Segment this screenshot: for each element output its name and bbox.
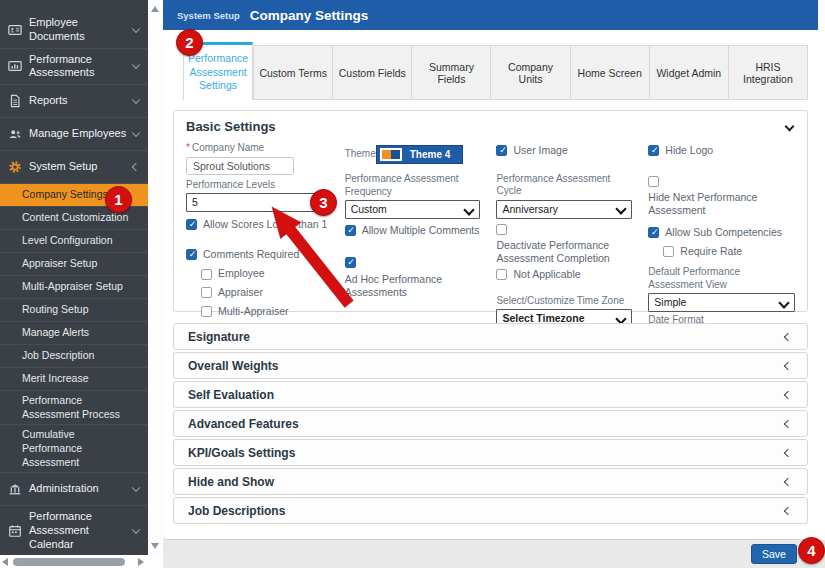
- hide-logo-checkbox-row[interactable]: Hide Logo: [648, 144, 795, 158]
- tab-custom-fields[interactable]: Custom Fields: [333, 45, 412, 100]
- tab-widget-admin[interactable]: Widget Admin: [650, 45, 729, 100]
- sidebar-horizontal-scrollbar[interactable]: [0, 555, 148, 568]
- default-view-select[interactable]: Simple: [648, 293, 795, 312]
- sidebar-subitem-label: Job Description: [22, 349, 94, 363]
- sidebar-item-label: Performance Assessment Calendar: [29, 510, 132, 551]
- checkbox-unchecked-icon[interactable]: [663, 246, 674, 257]
- accordion-overall-weights[interactable]: Overall Weights: [173, 352, 808, 379]
- scrollbar-thumb[interactable]: [13, 558, 125, 566]
- sidebar-item-routing-setup[interactable]: Routing Setup: [0, 298, 148, 321]
- sidebar-item-employee-documents[interactable]: Employee Documents: [0, 12, 148, 48]
- required-marker: *: [186, 142, 190, 153]
- accordion-advanced-features[interactable]: Advanced Features: [173, 410, 808, 437]
- allow-sub-competencies-checkbox-row[interactable]: Allow Sub Competencies: [648, 226, 795, 240]
- tab-hris-integration[interactable]: HRIS Integration: [729, 45, 808, 100]
- sidebar-item-merit-increase[interactable]: Merit Increase: [0, 367, 148, 390]
- tab-company-units[interactable]: Company Units: [491, 45, 570, 100]
- basic-settings-title: Basic Settings: [186, 119, 795, 134]
- ad-hoc-checkbox-row[interactable]: Ad Hoc Performance Assessments: [345, 254, 481, 300]
- timezone-label: Select/Customize Time Zone: [496, 295, 632, 308]
- tab-home-screen[interactable]: Home Screen: [571, 45, 650, 100]
- accordion-kpi-goals-settings[interactable]: KPI/Goals Settings: [173, 439, 808, 466]
- allow-scores-checkbox-row[interactable]: Allow Scores Lower than 1: [186, 218, 329, 232]
- not-applicable-checkbox-row[interactable]: Not Applicable: [496, 268, 632, 282]
- tab-custom-terms[interactable]: Custom Terms: [253, 45, 333, 100]
- allow-multiple-comments-checkbox-row[interactable]: Allow Multiple Comments: [345, 224, 481, 238]
- allow-multiple-comments-label: Allow Multiple Comments: [362, 224, 480, 238]
- sidebar-item-manage-employees[interactable]: Manage Employees: [0, 117, 148, 150]
- assessment-card-icon: [8, 59, 22, 73]
- multi-appraiser-checkbox-row[interactable]: Multi-Appraiser: [201, 305, 329, 319]
- chevron-left-icon: [784, 333, 792, 341]
- comments-required-checkbox-row[interactable]: Comments Required: [186, 248, 329, 262]
- checkbox-unchecked-icon[interactable]: [201, 269, 212, 280]
- save-button[interactable]: Save: [751, 544, 797, 564]
- scroll-right-arrow-icon[interactable]: [138, 558, 144, 566]
- sidebar-item-reports[interactable]: Reports: [0, 84, 148, 117]
- sidebar-item-administration[interactable]: Administration: [0, 472, 148, 505]
- theme-label: Theme: [345, 148, 376, 161]
- chevron-left-icon: [784, 420, 792, 428]
- checkbox-checked-icon[interactable]: [186, 219, 197, 230]
- chevron-down-icon: [132, 484, 140, 492]
- sidebar-item-cumulative-performance-assessment[interactable]: Cumulative Performance Assessment: [0, 424, 148, 472]
- checkbox-checked-icon[interactable]: [186, 249, 197, 260]
- sidebar-item-performance-assessment-process[interactable]: Performance Assessment Process: [0, 390, 148, 424]
- chevron-left-icon: [132, 163, 140, 171]
- sidebar-vertical-scrollbar[interactable]: [148, 0, 163, 555]
- sidebar-item-label: Reports: [29, 94, 68, 108]
- users-icon: [8, 127, 22, 141]
- sidebar-item-label: System Setup: [29, 160, 97, 174]
- sidebar-item-level-configuration[interactable]: Level Configuration: [0, 229, 148, 252]
- chevron-down-icon: [132, 24, 140, 32]
- cycle-select[interactable]: Anniversary: [496, 200, 632, 219]
- sidebar-item-multi-appraiser-setup[interactable]: Multi-Appraiser Setup: [0, 275, 148, 298]
- frequency-select[interactable]: Custom: [345, 200, 481, 219]
- annotation-step-2: 2: [176, 29, 203, 56]
- cycle-label: Performance Assessment Cycle: [496, 173, 632, 198]
- checkbox-checked-icon[interactable]: [345, 257, 356, 268]
- page-header: System Setup Company Settings: [163, 0, 818, 30]
- sidebar-item-appraiser-setup[interactable]: Appraiser Setup: [0, 252, 148, 275]
- theme-button[interactable]: Theme 4: [376, 145, 464, 164]
- checkbox-unchecked-icon[interactable]: [201, 287, 212, 298]
- performance-levels-select[interactable]: 5: [186, 193, 329, 212]
- accordion-esignature[interactable]: Esignature: [173, 323, 808, 350]
- sidebar-item-performance-assessments[interactable]: Performance Assessments: [0, 48, 148, 85]
- checkbox-checked-icon[interactable]: [648, 227, 659, 238]
- checkbox-checked-icon[interactable]: [496, 145, 507, 156]
- tab-summary-fields[interactable]: Summary Fields: [412, 45, 491, 100]
- scroll-up-arrow-icon[interactable]: [151, 6, 159, 12]
- require-rate-label: Require Rate: [680, 245, 742, 259]
- sidebar-item-performance-assessment-calendar[interactable]: Performance Assessment Calendar: [0, 505, 148, 555]
- deactivate-label: Deactivate Performance Assessment Comple…: [496, 239, 632, 266]
- sidebar-item-job-description[interactable]: Job Description: [0, 344, 148, 367]
- sidebar-item-system-setup[interactable]: System Setup: [0, 150, 148, 183]
- sidebar-item-label: Manage Employees: [29, 127, 126, 141]
- employee-label: Employee: [218, 267, 265, 281]
- chevron-down-icon: [132, 129, 140, 137]
- checkbox-unchecked-icon[interactable]: [496, 269, 507, 280]
- appraiser-label: Appraiser: [218, 286, 263, 300]
- deactivate-checkbox-row[interactable]: Deactivate Performance Assessment Comple…: [496, 221, 632, 266]
- scroll-down-arrow-icon[interactable]: [151, 543, 159, 549]
- chevron-left-icon: [784, 391, 792, 399]
- sidebar-subitem-label: Content Customization: [22, 211, 128, 225]
- checkbox-unchecked-icon[interactable]: [496, 224, 507, 235]
- hide-next-checkbox-row[interactable]: Hide Next Performance Assessment: [648, 173, 795, 218]
- appraiser-checkbox-row[interactable]: Appraiser: [201, 286, 329, 300]
- checkbox-checked-icon[interactable]: [345, 225, 356, 236]
- company-name-field[interactable]: Sprout Solutions: [186, 157, 294, 175]
- employee-checkbox-row[interactable]: Employee: [201, 267, 329, 281]
- checkbox-checked-icon[interactable]: [648, 145, 659, 156]
- sidebar-subitem-label: Manage Alerts: [22, 326, 89, 340]
- checkbox-unchecked-icon[interactable]: [648, 176, 659, 187]
- user-image-checkbox-row[interactable]: User Image: [496, 144, 632, 158]
- require-rate-checkbox-row[interactable]: Require Rate: [663, 245, 795, 259]
- accordion-self-evaluation[interactable]: Self Evaluation: [173, 381, 808, 408]
- sidebar-item-manage-alerts[interactable]: Manage Alerts: [0, 321, 148, 344]
- accordion-job-descriptions[interactable]: Job Descriptions: [173, 497, 808, 524]
- scroll-left-arrow-icon[interactable]: [2, 558, 8, 566]
- checkbox-unchecked-icon[interactable]: [201, 306, 212, 317]
- accordion-hide-and-show[interactable]: Hide and Show: [173, 468, 808, 495]
